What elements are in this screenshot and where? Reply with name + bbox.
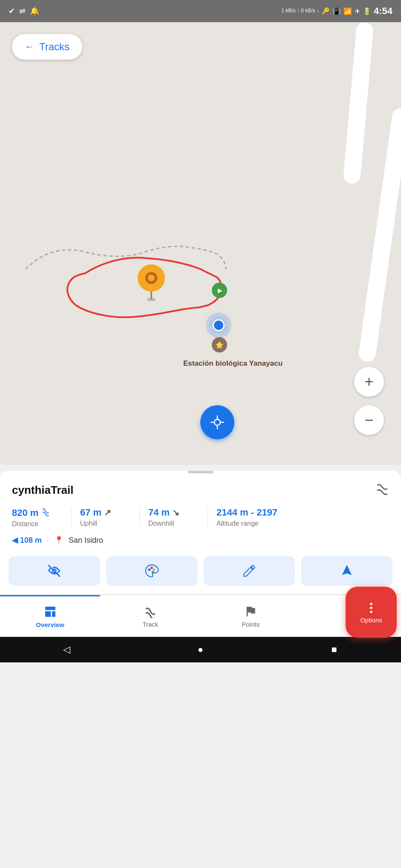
bearing-value: ◀ 108 m	[12, 536, 42, 545]
location-name: San Isidro	[69, 536, 103, 545]
track-route-icon	[375, 482, 389, 498]
svg-rect-14	[45, 607, 55, 610]
svg-rect-15	[45, 611, 51, 617]
track-name: cynthiaTrail	[12, 484, 74, 497]
status-left-icons: ✔ ⇌ 🔔	[9, 6, 39, 16]
data-speed-text: 1 kB/s ↑ 0 kB/s ↓	[281, 8, 319, 14]
edit-button[interactable]	[204, 556, 295, 586]
tab-track-label: Track	[142, 621, 158, 628]
tab-points[interactable]: Points	[201, 595, 301, 637]
stats-row: 820 m Distance 67 m ↗ Uphill 74 m ↘ Down…	[0, 503, 401, 532]
palette-icon	[144, 564, 159, 578]
stat-altitude: 2144 m - 2197 Altitude range	[216, 507, 286, 527]
android-home-icon: ●	[198, 644, 203, 655]
location-pin-icon: 📍	[54, 536, 63, 545]
downhill-icon: ↘	[172, 507, 179, 518]
road-decoration-2	[358, 107, 401, 363]
plus-icon: +	[364, 373, 373, 391]
zoom-out-button[interactable]: −	[354, 405, 384, 435]
android-nav-bar: ◁ ● ■	[0, 637, 401, 662]
place-label: Estación biológica Yanayacu	[183, 358, 283, 369]
notification-icon: 🔔	[30, 6, 39, 16]
stat-uphill: 67 m ↗ Uphill	[80, 507, 140, 527]
road-decoration	[343, 22, 374, 184]
svg-point-10	[148, 568, 151, 571]
wifi-icon: 📶	[343, 7, 352, 15]
navigate-button[interactable]	[301, 556, 392, 586]
action-buttons	[0, 552, 401, 594]
stat-downhill-value: 74 m ↘	[148, 507, 199, 518]
location-pin[interactable]	[136, 263, 166, 303]
overview-icon	[43, 605, 57, 619]
uphill-icon: ↗	[104, 507, 111, 518]
stat-uphill-value: 67 m ↗	[80, 507, 131, 518]
zoom-in-button[interactable]: +	[354, 367, 384, 397]
tab-track[interactable]: Track	[100, 595, 200, 637]
airplane-icon: ✈	[355, 7, 360, 15]
stat-downhill: 74 m ↘ Downhill	[148, 507, 208, 527]
map-area[interactable]: ⭐ Estación biológica Yanayacu ← Tracks +…	[0, 22, 401, 465]
stat-uphill-label: Uphill	[80, 520, 131, 527]
svg-point-12	[153, 568, 156, 571]
hide-track-button[interactable]	[9, 556, 100, 586]
svg-rect-16	[52, 611, 55, 617]
crosshair-icon	[210, 415, 225, 430]
bottom-navigation: Overview Track Points	[0, 594, 401, 637]
minus-icon: −	[364, 411, 373, 429]
track-title-row: cynthiaTrail	[0, 473, 401, 503]
android-home-button[interactable]: ●	[193, 642, 208, 657]
location-row: ◀ 108 m · 📍 San Isidro	[0, 532, 401, 552]
checkmark-icon: ✔	[9, 6, 15, 16]
favorite-marker[interactable]: ⭐	[212, 337, 227, 352]
status-time: 4:54	[374, 6, 392, 17]
stat-distance: 820 m Distance	[12, 507, 72, 528]
tracks-back-button[interactable]: ← Tracks	[12, 34, 82, 60]
tab-overview-label: Overview	[36, 621, 64, 628]
android-back-icon: ◁	[63, 644, 70, 655]
svg-point-18	[370, 607, 372, 609]
options-dots-icon	[364, 601, 378, 615]
vibrate-icon: 📳	[332, 7, 341, 15]
distance-icon	[41, 507, 50, 519]
hide-icon	[47, 564, 61, 578]
stat-distance-label: Distance	[12, 520, 63, 528]
key-icon: 🔑	[322, 7, 330, 15]
back-arrow-icon: ←	[25, 41, 34, 52]
track-start-marker[interactable]	[212, 283, 227, 298]
tab-options-container: Options	[301, 595, 401, 637]
svg-point-19	[370, 610, 372, 613]
my-location-button[interactable]	[200, 405, 234, 439]
route-icon: ⇌	[19, 6, 26, 16]
svg-point-11	[150, 567, 153, 569]
stat-downhill-label: Downhill	[148, 520, 199, 527]
options-fab-button[interactable]: Options	[346, 587, 397, 638]
android-back-button[interactable]: ◁	[59, 642, 75, 657]
stat-distance-value: 820 m	[12, 507, 63, 519]
tracks-label: Tracks	[39, 41, 69, 53]
options-fab-label: Options	[360, 616, 382, 624]
points-icon	[244, 604, 257, 618]
stat-altitude-value: 2144 m - 2197	[216, 507, 277, 518]
battery-icon: 🔋	[363, 7, 371, 15]
track-icon	[144, 604, 157, 618]
stat-altitude-label: Altitude range	[216, 520, 277, 527]
edit-icon	[242, 564, 257, 578]
svg-point-3	[148, 275, 155, 281]
svg-point-17	[370, 603, 372, 605]
color-button[interactable]	[106, 556, 198, 586]
android-recents-button[interactable]: ■	[326, 642, 342, 657]
tab-points-label: Points	[242, 621, 260, 628]
current-location-dot	[213, 319, 225, 331]
status-bar: ✔ ⇌ 🔔 1 kB/s ↑ 0 kB/s ↓ 🔑 📳 📶 ✈ 🔋 4:54	[0, 0, 401, 22]
track-svg	[0, 22, 401, 465]
bottom-sheet: cynthiaTrail 820 m Distance 67 m ↗ Uphil	[0, 471, 401, 637]
svg-point-4	[214, 419, 220, 425]
android-recents-icon: ■	[331, 644, 337, 655]
tab-overview[interactable]: Overview	[0, 595, 100, 637]
status-right-icons: 1 kB/s ↑ 0 kB/s ↓ 🔑 📳 📶 ✈ 🔋 4:54	[281, 6, 392, 17]
navigate-icon	[340, 564, 354, 578]
separator: ·	[47, 536, 49, 545]
